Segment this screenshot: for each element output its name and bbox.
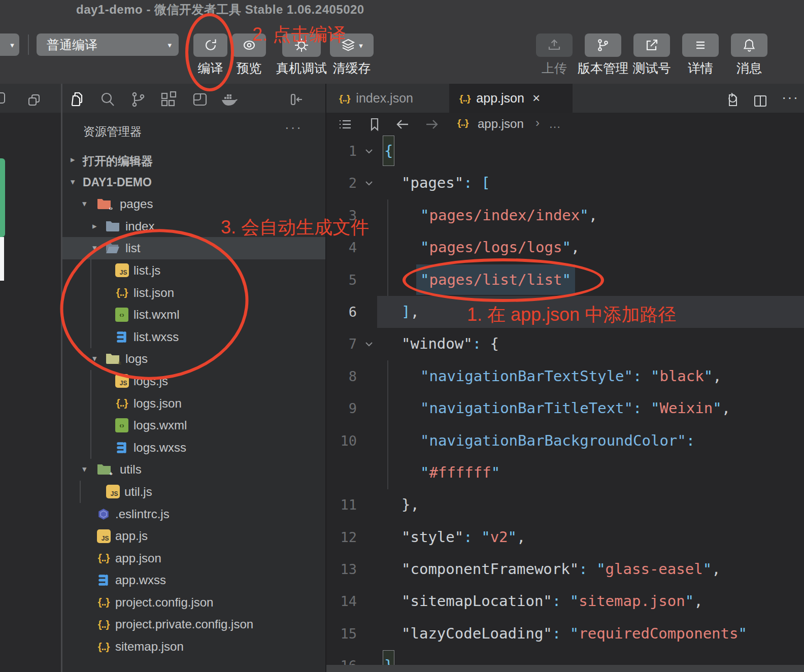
tree-item-label: project.config.json bbox=[115, 595, 213, 610]
close-icon[interactable]: × bbox=[532, 90, 540, 106]
tree-item-util.js[interactable]: JSutil.js bbox=[62, 481, 325, 503]
chevron-right-icon[interactable]: ▸ bbox=[92, 221, 97, 231]
explorer-sidebar: 资源管理器 ··· ▸打开的编辑器▾DAY1-DEMO▾ ‹›pages▸ in… bbox=[62, 113, 325, 672]
token: " bbox=[685, 592, 694, 610]
chevron-down-icon[interactable]: ▾ bbox=[82, 199, 87, 209]
fold-chevron-icon[interactable] bbox=[364, 339, 374, 349]
tree-item-label: logs.wxss bbox=[133, 441, 186, 455]
explorer-files-icon[interactable] bbox=[68, 90, 86, 109]
git-branch-icon[interactable] bbox=[129, 90, 147, 109]
tab-app-json[interactable]: {..} app.json × bbox=[449, 84, 573, 113]
panel-layout-icon[interactable] bbox=[191, 90, 209, 109]
code-line-3[interactable]: 3"pages/index/index", bbox=[326, 199, 804, 231]
collapse-sidebar-icon[interactable] bbox=[287, 90, 305, 109]
line-number: 5 bbox=[326, 264, 357, 296]
outline-list-icon[interactable] bbox=[338, 117, 353, 132]
tree-item-utils[interactable]: ▾ +utils bbox=[62, 458, 325, 481]
dock-window-icon[interactable] bbox=[0, 91, 6, 105]
code-line-1[interactable]: 1{ bbox=[326, 135, 804, 167]
tree-item-logs.js[interactable]: JSlogs.js bbox=[62, 370, 325, 392]
tree-item-label: utils bbox=[120, 462, 142, 477]
code-line-7[interactable]: 7"window": { bbox=[326, 328, 804, 360]
chevron-down-icon[interactable]: ▾ bbox=[82, 464, 87, 475]
folder-pages-icon: ‹› bbox=[96, 197, 112, 211]
toolbar-divider bbox=[28, 35, 29, 55]
tree-item-logs.json[interactable]: {..}logs.json bbox=[62, 392, 325, 415]
tree-item-project.private.config.json[interactable]: {..}project.private.config.json bbox=[62, 613, 325, 635]
code-line-12[interactable]: 12"style": "v2", bbox=[326, 521, 804, 553]
code-line-4[interactable]: 4"pages/logs/logs", bbox=[326, 231, 804, 263]
extensions-icon[interactable] bbox=[159, 90, 177, 109]
compile-mode-label: 普通编译 bbox=[47, 37, 97, 53]
tree-item-logs.wxml[interactable]: ‹›logs.wxml bbox=[62, 414, 325, 436]
upload-button[interactable] bbox=[536, 33, 573, 57]
tree-item-DAY1-DEMO[interactable]: ▾DAY1-DEMO bbox=[62, 171, 325, 193]
tree-item-sitemap.json[interactable]: {..}sitemap.json bbox=[62, 635, 325, 658]
title-bar: day1-demo - 微信开发者工具 Stable 1.06.2405020 … bbox=[0, 0, 804, 84]
token: " bbox=[651, 367, 659, 385]
fold-chevron-icon[interactable] bbox=[364, 146, 374, 156]
code-line-11[interactable]: 11}, bbox=[326, 489, 804, 521]
breadcrumb-more[interactable]: … bbox=[549, 117, 561, 131]
left-cropped-dropdown[interactable]: ▾ bbox=[0, 33, 19, 56]
code-line-8[interactable]: 8"navigationBarTextStyle": "black", bbox=[326, 360, 804, 392]
code-line-2[interactable]: 2"pages": [ bbox=[326, 167, 804, 199]
token: }, bbox=[401, 496, 419, 513]
device-debug-label: 真机调试 bbox=[276, 60, 327, 76]
token: "navigationBarTextStyle" bbox=[420, 367, 633, 385]
tree-item-app.wxss[interactable]: app.wxss bbox=[62, 569, 325, 591]
fold-chevron-icon[interactable] bbox=[364, 178, 374, 188]
back-arrow-icon[interactable] bbox=[394, 117, 411, 132]
tab-index-json[interactable]: {..} index.json bbox=[326, 84, 449, 113]
token: , bbox=[712, 560, 720, 578]
breadcrumb[interactable]: app.json bbox=[478, 117, 524, 131]
code-line-13[interactable]: 13"componentFramework": "glass-easel", bbox=[326, 553, 804, 585]
tree-item-打开的编辑器[interactable]: ▸打开的编辑器 bbox=[62, 149, 325, 171]
docker-icon[interactable] bbox=[220, 90, 239, 109]
tree-item-app.json[interactable]: {..}app.json bbox=[62, 547, 325, 569]
line-content: "componentFramework": "glass-easel", bbox=[401, 553, 721, 585]
search-icon[interactable] bbox=[98, 90, 117, 109]
compile-mode-select[interactable]: 普通编译 ▾ bbox=[37, 33, 179, 56]
code-editor: {..} app.json › … 1{2"pages": [3"pages/i… bbox=[326, 113, 804, 672]
line-number: 8 bbox=[326, 360, 357, 392]
token bbox=[561, 592, 570, 610]
tree-item-logs.wxss[interactable]: logs.wxss bbox=[62, 436, 325, 459]
line-content: "#ffffff" bbox=[420, 457, 500, 489]
code-line-9[interactable]: 9"navigationBarTitleText": "Weixin", bbox=[326, 392, 804, 424]
token: : bbox=[552, 592, 561, 610]
tree-item-pages[interactable]: ▾ ‹›pages bbox=[62, 193, 325, 215]
token: v2 bbox=[490, 528, 508, 546]
more-actions-icon[interactable]: ··· bbox=[782, 89, 799, 106]
bookmark-icon[interactable] bbox=[367, 117, 382, 132]
editor-bottom-scrollbar[interactable] bbox=[326, 665, 804, 672]
open-preview-icon[interactable] bbox=[723, 92, 740, 109]
code-line-10[interactable]: 10"navigationBarBackgroundColor": bbox=[326, 425, 804, 457]
token: " bbox=[491, 464, 500, 481]
token: pages/logs/logs bbox=[429, 239, 562, 256]
token: requiredComponents bbox=[579, 625, 738, 642]
token: : bbox=[579, 560, 587, 578]
tree-item-project.config.json[interactable]: {..}project.config.json bbox=[62, 591, 325, 614]
forward-arrow-icon[interactable] bbox=[424, 117, 440, 132]
chevron-down-icon[interactable]: ▾ bbox=[71, 177, 75, 187]
details-button[interactable] bbox=[682, 33, 719, 57]
chevron-right-icon[interactable]: ▸ bbox=[71, 155, 75, 165]
bell-icon bbox=[742, 38, 757, 53]
explorer-more-icon[interactable]: ··· bbox=[285, 120, 303, 136]
version-control-button[interactable] bbox=[585, 33, 621, 57]
dock-windows-overlap-icon[interactable] bbox=[26, 92, 42, 108]
code-lines: 1{2"pages": [3"pages/index/index",4"page… bbox=[326, 135, 804, 672]
line-number: 1 bbox=[326, 135, 357, 167]
tab-label: app.json bbox=[476, 91, 524, 106]
app-name: 微信开发者工具 Stable 1.06.2405020 bbox=[154, 3, 364, 16]
messages-button[interactable] bbox=[731, 33, 767, 57]
code-line-14[interactable]: 14"sitemapLocation": "sitemap.json", bbox=[326, 585, 804, 617]
split-editor-icon[interactable] bbox=[753, 93, 768, 109]
token: " bbox=[570, 625, 579, 642]
code-line-wrap[interactable]: "#ffffff" bbox=[326, 457, 804, 489]
tree-item-app.js[interactable]: JSapp.js bbox=[62, 525, 325, 547]
test-account-button[interactable] bbox=[633, 33, 670, 57]
tree-item-.eslintrc.js[interactable]: .eslintrc.js bbox=[62, 503, 325, 525]
code-line-15[interactable]: 15"lazyCodeLoading": "requiredComponents… bbox=[326, 618, 804, 650]
